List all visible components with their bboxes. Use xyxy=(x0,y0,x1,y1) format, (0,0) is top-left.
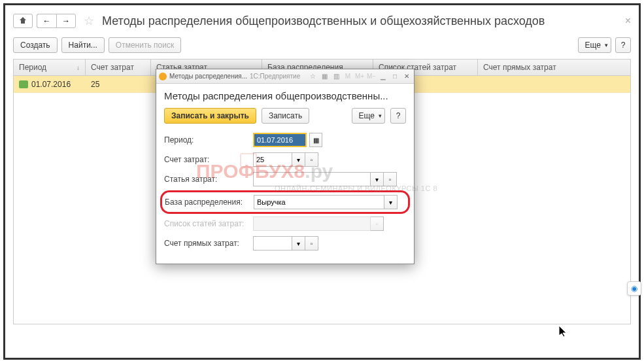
save-and-close-button[interactable]: Записать и закрыть xyxy=(164,108,256,124)
cell-account: 25 xyxy=(86,76,151,92)
dialog-more-button[interactable]: Еще xyxy=(352,108,385,124)
forward-button[interactable]: → xyxy=(56,14,76,28)
side-widget-icon[interactable]: ◉ xyxy=(627,281,641,296)
dialog-titlebar[interactable]: Методы распределения... 1С:Предприятие ☆… xyxy=(156,69,414,84)
platform-label: 1С:Предприятие xyxy=(250,73,300,80)
dialog-help-button[interactable]: ? xyxy=(390,108,406,124)
favorite-icon[interactable]: ☆ xyxy=(84,14,94,28)
dialog-minimize[interactable]: ▁ xyxy=(379,72,388,81)
open-icon: ▫ xyxy=(311,240,313,247)
item-list-open: ▫ xyxy=(371,216,384,231)
base-dropdown[interactable]: ▾ xyxy=(384,195,398,209)
page-title: Методы распределения общепроизводственны… xyxy=(102,14,545,28)
chevron-down-icon: ▾ xyxy=(297,156,300,164)
cell-period: 01.07.2016 xyxy=(31,80,71,89)
find-button[interactable]: Найти... xyxy=(61,37,105,53)
open-icon: ▫ xyxy=(389,176,392,183)
tb-m-plus[interactable]: M+ xyxy=(355,72,364,81)
close-page-button[interactable]: × xyxy=(625,15,631,27)
label-direct-account: Счет прямых затрат: xyxy=(164,239,253,248)
item-list-input xyxy=(253,216,371,231)
label-item-list: Список статей затрат: xyxy=(164,219,253,228)
cost-item-input[interactable] xyxy=(253,172,371,186)
cost-item-open[interactable]: ▫ xyxy=(384,172,397,186)
chevron-down-icon: ▾ xyxy=(389,199,392,206)
tb-m-minus[interactable]: M− xyxy=(367,72,376,81)
tb-icon-1[interactable]: ☆ xyxy=(308,72,317,81)
label-account: Счет затрат: xyxy=(164,155,253,164)
row-status-icon xyxy=(19,80,28,88)
more-button[interactable]: Еще xyxy=(578,37,611,53)
account-open[interactable]: ▫ xyxy=(305,152,318,167)
chevron-down-icon: ▾ xyxy=(375,176,379,183)
tb-m[interactable]: M xyxy=(343,72,352,81)
account-input[interactable] xyxy=(253,152,292,167)
direct-account-input[interactable] xyxy=(253,236,292,251)
column-direct-account[interactable]: Счет прямых затрат xyxy=(478,60,630,75)
direct-account-dropdown[interactable]: ▾ xyxy=(292,236,305,251)
back-button[interactable]: ← xyxy=(37,14,56,28)
help-button[interactable]: ? xyxy=(615,37,631,53)
dialog-maximize[interactable]: □ xyxy=(390,72,399,81)
open-icon: ▫ xyxy=(376,220,379,228)
home-icon xyxy=(19,16,27,26)
calendar-icon: ▦ xyxy=(313,137,319,144)
cancel-search-button[interactable]: Отменить поиск xyxy=(109,37,181,53)
edit-dialog: Методы распределения... 1С:Предприятие ☆… xyxy=(156,69,415,264)
sort-indicator-icon: ↓ xyxy=(76,64,80,71)
dialog-heading: Методы распределения общепроизводственны… xyxy=(164,90,406,101)
create-button[interactable]: Создать xyxy=(13,37,58,53)
label-cost-item: Статья затрат: xyxy=(164,175,253,184)
home-button[interactable] xyxy=(13,14,33,28)
chevron-down-icon: ▾ xyxy=(297,240,300,247)
tb-icon-2[interactable]: ▦ xyxy=(320,72,329,81)
column-account[interactable]: Счет затрат xyxy=(86,60,151,75)
period-input[interactable] xyxy=(253,133,307,147)
base-input[interactable] xyxy=(254,195,384,209)
label-base: База распределения: xyxy=(165,198,254,207)
tb-icon-3[interactable]: ▥ xyxy=(331,72,341,81)
dialog-tab-title: Методы распределения... xyxy=(169,73,247,80)
open-icon: ▫ xyxy=(311,156,313,164)
cost-item-dropdown[interactable]: ▾ xyxy=(371,172,384,186)
account-dropdown[interactable]: ▾ xyxy=(292,152,305,167)
column-period[interactable]: Период↓ xyxy=(14,60,86,75)
label-period: Период: xyxy=(164,135,253,145)
app-icon xyxy=(159,73,167,80)
save-button[interactable]: Записать xyxy=(262,108,309,124)
calendar-button[interactable]: ▦ xyxy=(309,133,322,147)
direct-account-open[interactable]: ▫ xyxy=(305,236,318,251)
arrow-left-icon: ← xyxy=(43,16,51,26)
arrow-right-icon: → xyxy=(62,16,70,26)
dialog-close[interactable]: ✕ xyxy=(402,72,411,81)
highlighted-base-row: База распределения: ▾ xyxy=(160,190,410,214)
